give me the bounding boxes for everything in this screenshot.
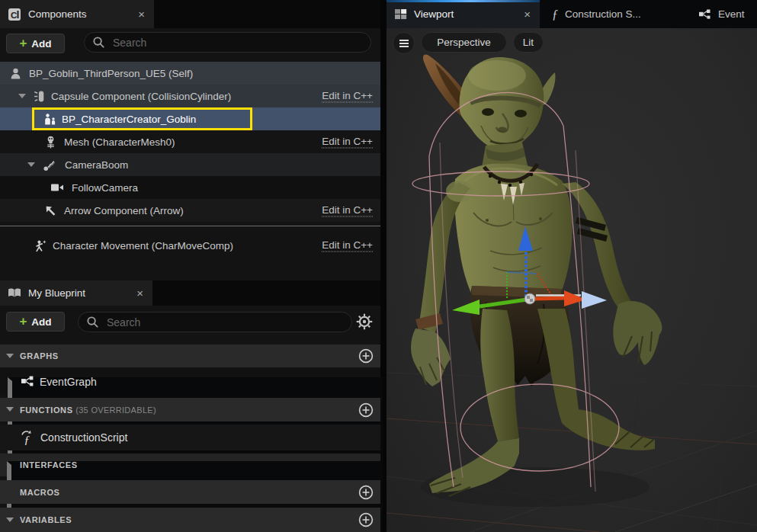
left-column: C Components × + Add BP_Go [0,0,380,532]
plus-icon: + [19,315,27,328]
tree-row-charactercreator-goblin-selected[interactable]: BP_CharacterCreator_Goblin [0,107,380,130]
child-actor-icon [43,113,57,126]
my-blueprint-search-input[interactable] [105,316,344,329]
chevron-down-icon[interactable] [6,407,14,412]
item-constructionscript[interactable]: ƒ ConstructionScript [0,425,380,450]
components-search[interactable] [84,32,371,53]
edit-in-cpp-link[interactable]: Edit in C++ [322,239,373,252]
gizmo-x-axis [533,298,565,299]
components-icon: C [8,8,21,21]
graph-icon [21,376,34,387]
active-tab-accent [387,0,540,2]
section-interfaces[interactable]: INTERFACES [0,453,380,476]
gear-icon[interactable] [356,313,373,330]
svg-text:C: C [11,10,17,19]
tab-construction-script[interactable]: ƒ Construction S... [541,0,685,28]
close-icon[interactable]: × [136,287,143,299]
add-graph-icon[interactable] [358,348,374,364]
character-movement-icon [34,239,47,253]
person-icon [9,67,22,80]
viewport-3d-canvas[interactable]: Perspective Lit [387,28,757,532]
graph-icon [699,9,711,20]
viewport-column: Viewport × ƒ Construction S... Event [387,0,757,532]
tree-row-followcamera[interactable]: FollowCamera [0,176,380,199]
components-search-input[interactable] [111,36,363,50]
chevron-down-icon[interactable] [6,518,14,522]
add-macro-icon[interactable] [358,485,374,500]
section-macros[interactable]: MACROS [0,480,380,504]
capsule-icon [34,90,47,103]
section-graphs[interactable]: GRAPHS [0,345,380,367]
lit-button[interactable]: Lit [513,32,544,53]
my-blueprint-tabbar: My Blueprint × [0,280,380,306]
edit-in-cpp-link[interactable]: Edit in C++ [322,136,373,149]
tree-row-self[interactable]: BP_Goblin_ThirdPerson_UE5 (Self) [0,62,380,85]
tree-row-mesh[interactable]: Mesh (CharacterMesh0) Edit in C++ [0,130,380,153]
edit-in-cpp-link[interactable]: Edit in C++ [322,90,373,103]
svg-text:ƒ: ƒ [24,434,30,446]
construction-script-icon: ƒ [20,430,35,445]
goblin-scene [387,28,757,532]
camera-icon [50,182,64,193]
section-variables[interactable]: VARIABLES [0,508,380,532]
tab-event-graph[interactable]: Event [690,0,757,28]
perspective-button[interactable]: Perspective [421,32,507,53]
tab-title: Components [28,8,87,20]
add-component-button[interactable]: + Add [6,34,65,53]
chevron-down-icon[interactable] [18,94,26,98]
viewport-options-button[interactable] [393,32,415,54]
item-eventgraph[interactable]: EventGraph [0,369,380,394]
components-tabbar: C Components × [0,0,380,28]
tab-components[interactable]: C Components × [0,0,154,28]
plus-icon: + [19,37,27,50]
add-blueprint-item-button[interactable]: + Add [6,312,65,332]
chevron-down-icon[interactable] [6,354,14,358]
add-variable-icon[interactable] [358,512,374,527]
tab-title: My Blueprint [28,287,85,299]
goblin-model [411,55,662,496]
section-functions[interactable]: FUNCTIONS (35 OVERRIDABLE) [0,398,380,421]
viewport-toolbar: Perspective Lit [387,28,757,59]
skeletal-mesh-icon [44,136,57,149]
book-icon [8,287,21,299]
close-icon[interactable]: × [524,8,531,20]
viewport-grid-icon [395,9,407,20]
tab-my-blueprint[interactable]: My Blueprint × [0,280,152,306]
tree-separator [0,226,380,226]
tree-row-arrow[interactable]: Arrow Component (Arrow) Edit in C++ [0,199,380,222]
my-blueprint-search[interactable] [78,312,352,332]
add-function-icon[interactable] [358,402,374,418]
spring-arm-icon [43,159,56,171]
tree-row-capsule[interactable]: Capsule Component (CollisionCylinder) Ed… [0,85,380,107]
tree-row-cameraboom[interactable]: CameraBoom [0,153,380,176]
search-icon [86,316,99,328]
edit-in-cpp-link[interactable]: Edit in C++ [322,204,373,217]
hamburger-icon [399,39,409,48]
tree-row-character-movement[interactable]: Character Movement (CharMoveComp) Edit i… [0,234,380,257]
function-icon: ƒ [552,8,558,21]
tab-viewport[interactable]: Viewport × [387,0,540,28]
ue5-blueprint-editor: C Components × + Add BP_Go [0,0,757,532]
close-icon[interactable]: × [138,8,145,20]
chevron-down-icon[interactable] [27,162,35,167]
search-icon [92,36,105,49]
arrow-icon [44,204,57,217]
overridable-count: (35 OVERRIDABLE) [75,405,156,415]
